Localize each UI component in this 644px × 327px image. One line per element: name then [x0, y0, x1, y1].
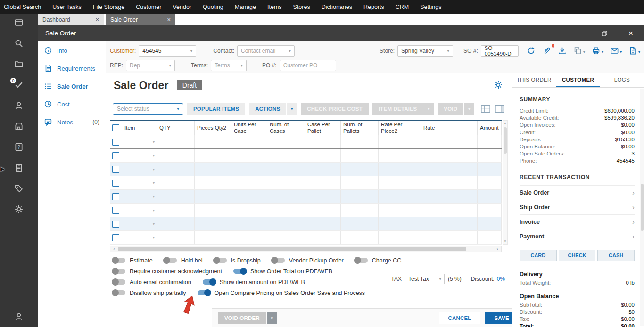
menu-item-crm[interactable]: CRM	[396, 4, 409, 10]
menu-item-vendor[interactable]: Vendor	[173, 4, 191, 10]
item-select-cell[interactable]: ▾	[122, 176, 157, 189]
cell-pieces-qty2[interactable]	[195, 217, 231, 230]
store-icon[interactable]	[14, 122, 24, 131]
sidebar-item-cost[interactable]: Cost	[38, 95, 106, 113]
rep-select[interactable]: Rep ▾	[126, 60, 175, 71]
menu-item-quoting[interactable]: Quoting	[203, 4, 223, 10]
close-icon[interactable]: ×	[618, 25, 644, 41]
cell-rate[interactable]	[421, 231, 478, 244]
panel-scroll-thumb[interactable]	[641, 184, 644, 231]
menu-item-dictionaries[interactable]: Dictionaries	[322, 4, 352, 10]
cell-case-per-pallet[interactable]	[305, 163, 341, 176]
po-number-field[interactable]: Customer PO	[280, 60, 336, 71]
cell-units-per-case[interactable]	[231, 204, 267, 217]
row-checkbox[interactable]	[112, 166, 119, 173]
toggle-switch-hold-hel[interactable]	[164, 258, 177, 263]
cell-case-per-pallet[interactable]	[305, 135, 341, 148]
cell-rate-per-piece2[interactable]	[379, 135, 421, 148]
cell-num-of-cases[interactable]	[267, 231, 305, 244]
item-details-caret[interactable]: ▾	[423, 103, 434, 115]
cell-qty[interactable]	[157, 217, 195, 230]
cell-case-per-pallet[interactable]	[305, 190, 341, 203]
grid-view-icon[interactable]	[480, 104, 491, 114]
cell-units-per-case[interactable]	[231, 163, 267, 176]
discount-value[interactable]: 0%	[497, 276, 505, 282]
item-details-button[interactable]: ITEM DETAILS	[372, 103, 423, 115]
email-button[interactable]: ▾	[610, 46, 622, 55]
cell-rate[interactable]	[421, 176, 478, 189]
toggle-switch-disallow-ship-partially[interactable]	[113, 290, 125, 295]
select-all-checkbox[interactable]	[112, 124, 119, 131]
customer-select[interactable]: 454545 ▾	[139, 45, 196, 57]
cell-num-of-pallets[interactable]	[341, 176, 379, 189]
row-checkbox[interactable]	[112, 180, 119, 187]
cell-rate-per-piece2[interactable]	[379, 217, 421, 230]
status-select[interactable]: Select status ▾	[113, 103, 183, 115]
void-caret[interactable]: ▾	[464, 103, 474, 115]
copy-button[interactable]: ▾	[573, 46, 585, 55]
cell-amount[interactable]	[478, 231, 502, 244]
cell-case-per-pallet[interactable]	[305, 149, 341, 162]
row-checkbox[interactable]	[112, 152, 119, 159]
search-icon[interactable]	[14, 39, 24, 48]
cell-pieces-qty2[interactable]	[195, 204, 231, 217]
void-order-button[interactable]: VOID ORDER	[218, 312, 266, 324]
restore-icon[interactable]	[591, 25, 618, 41]
horizontal-scroll-thumb[interactable]	[118, 247, 466, 251]
cell-num-of-pallets[interactable]	[341, 231, 379, 244]
row-checkbox[interactable]	[112, 234, 119, 241]
user-profile-icon[interactable]	[14, 312, 24, 321]
so-number-field[interactable]: SO-0051490-D	[481, 45, 519, 57]
cell-units-per-case[interactable]	[231, 190, 267, 203]
cell-rate[interactable]	[421, 190, 478, 203]
cell-num-of-cases[interactable]	[267, 217, 305, 230]
tab-customer[interactable]: CUSTOMER	[556, 73, 600, 87]
menu-item-user-tasks[interactable]: User Tasks	[52, 4, 82, 10]
cell-case-per-pallet[interactable]	[305, 204, 341, 217]
scroll-down-icon[interactable]: ▼	[504, 238, 507, 244]
help-icon[interactable]: ?	[14, 142, 24, 152]
tab-dashboard[interactable]: Dashboard ×	[38, 14, 104, 25]
item-select-cell[interactable]: ▾	[122, 217, 157, 230]
cell-case-per-pallet[interactable]	[305, 217, 341, 230]
recent-item-sale-order[interactable]: Sale Order›	[520, 186, 635, 200]
cell-num-of-pallets[interactable]	[341, 149, 379, 162]
actions-caret[interactable]: ▾	[287, 103, 297, 115]
minimize-icon[interactable]: –	[565, 25, 591, 41]
cell-pieces-qty2[interactable]	[195, 176, 231, 189]
cell-amount[interactable]	[478, 163, 502, 176]
table-vertical-scrollbar[interactable]: ▲ ▼	[503, 120, 508, 245]
row-checkbox[interactable]	[112, 207, 119, 214]
tab-close-icon[interactable]: ×	[167, 16, 171, 23]
check-price-cost-button[interactable]: CHECK PRICE COST	[301, 103, 369, 115]
menu-item-settings[interactable]: Settings	[420, 4, 441, 10]
payment-button-check[interactable]: CHECK	[559, 250, 596, 261]
menu-item-customer[interactable]: Customer	[136, 4, 161, 10]
cell-num-of-cases[interactable]	[267, 190, 305, 203]
row-checkbox[interactable]	[112, 221, 119, 228]
toggle-switch-is-dropship[interactable]	[214, 258, 227, 263]
scroll-left-icon[interactable]: ‹	[110, 246, 118, 252]
menu-item-reports[interactable]: Reports	[363, 4, 384, 10]
vertical-scroll-thumb[interactable]	[504, 127, 507, 154]
toggle-switch-estimate[interactable]	[113, 258, 125, 263]
cell-num-of-pallets[interactable]	[341, 163, 379, 176]
menu-item-file-storage[interactable]: File Storage	[93, 4, 124, 10]
contacts-icon[interactable]	[14, 101, 24, 110]
cell-rate-per-piece2[interactable]	[379, 176, 421, 189]
cell-num-of-pallets[interactable]	[341, 217, 379, 230]
cell-pieces-qty2[interactable]	[195, 231, 231, 244]
cell-qty[interactable]	[157, 176, 195, 189]
cell-rate[interactable]	[421, 135, 478, 148]
recent-item-invoice[interactable]: Invoice›	[520, 215, 635, 229]
toggle-switch-show-order-total-on-pdf-web[interactable]	[233, 269, 246, 274]
cell-rate[interactable]	[421, 204, 478, 217]
actions-button[interactable]: ACTIONS	[249, 103, 286, 115]
recent-item-ship-order[interactable]: Ship Order›	[520, 200, 635, 215]
item-select-cell[interactable]: ▾	[122, 190, 157, 203]
attachments-button[interactable]: 0	[542, 46, 551, 55]
cell-units-per-case[interactable]	[231, 135, 267, 148]
menu-item-stores[interactable]: Stores	[293, 4, 310, 10]
cell-rate-per-piece2[interactable]	[379, 190, 421, 203]
toggle-switch-open-compare-pricing-on-sales-order-save-and-process[interactable]	[198, 290, 210, 295]
